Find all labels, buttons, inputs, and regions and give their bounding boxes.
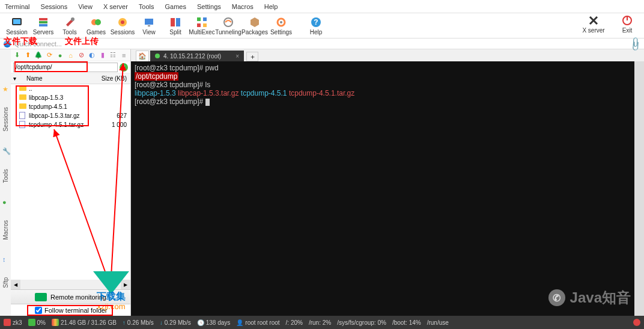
svg-point-20	[280, 21, 282, 23]
file-icon	[19, 112, 25, 119]
sidetab-sftp[interactable]: Sftp	[2, 277, 9, 288]
wechat-icon: ✆	[548, 289, 565, 306]
statusbar: zk3 0% 21.48 GB / 31.26 GB ↑0.26 Mb/s ↓0…	[0, 316, 644, 329]
download-icon[interactable]: ⬇	[13, 51, 22, 60]
menu-tools[interactable]: Tools	[139, 3, 154, 10]
tb-settings[interactable]: Settings	[268, 16, 294, 35]
sb-uptime: 🕓138 days	[197, 319, 231, 326]
side-tabs: ★ Sessions 🔧 Tools ● Macros ↕ Sftp	[0, 49, 11, 316]
menu-xserver[interactable]: X server	[103, 3, 128, 10]
svg-point-5	[71, 17, 74, 21]
tab-home[interactable]: 🏠	[136, 51, 149, 61]
tab-active[interactable]: 4. 10.15.21.212 (root)×	[150, 51, 244, 61]
tab-new[interactable]: ＋	[246, 52, 258, 61]
alert-icon[interactable]	[633, 319, 640, 326]
file-row[interactable]: libpcap-1.5.3.tar.gz627	[11, 111, 130, 120]
user-icon: 👤	[236, 319, 243, 326]
sftp-path-input[interactable]	[13, 63, 118, 72]
upload-icon[interactable]: ⬆	[24, 51, 32, 60]
svg-rect-12	[171, 18, 175, 26]
arrow-icon[interactable]: ↕	[2, 256, 8, 262]
svg-rect-4	[39, 24, 47, 26]
svg-rect-11	[148, 25, 150, 26]
file-row-parent[interactable]: ..	[11, 84, 130, 93]
menu-games[interactable]: Games	[165, 3, 186, 10]
terminal-scrollbar[interactable]	[634, 61, 644, 316]
file-list: .. libpcap-1.5.3 tcpdump-4.5.1 libpcap-1…	[11, 84, 130, 280]
hidden-icon[interactable]: ◐	[88, 51, 96, 60]
tb-view[interactable]: View	[136, 16, 162, 35]
menu-sessions[interactable]: Sessions	[41, 3, 68, 10]
tb-sessions[interactable]: Sessions	[109, 16, 136, 35]
star-icon[interactable]: ★	[2, 85, 8, 91]
sb-up: ↑0.26 Mb/s	[123, 319, 154, 326]
sb-fs3: /sys/fs/cgroup: 0%	[337, 319, 386, 326]
wrench-icon[interactable]: 🔧	[2, 147, 8, 153]
sb-fs2: /run: 2%	[309, 319, 331, 326]
sb-down: ↓0.29 Mb/s	[160, 319, 191, 326]
header-name[interactable]: Name	[18, 75, 99, 82]
cpu-icon	[28, 319, 35, 326]
sb-user: 👤root root root	[236, 319, 279, 326]
ok-icon[interactable]: ✓	[120, 63, 128, 72]
menu-settings[interactable]: Settings	[197, 3, 221, 10]
up-icon: ↑	[123, 319, 126, 326]
home-icon[interactable]: ⌂	[67, 51, 75, 60]
tb-packages[interactable]: Packages	[242, 16, 268, 35]
xzji-watermark: 下载集 xzji.com	[93, 271, 129, 311]
tb-tunneling[interactable]: Tunneling	[215, 16, 242, 35]
annotation-upload: 文件上传	[65, 36, 99, 47]
tb-help[interactable]: ?Help	[303, 16, 329, 35]
list-icon[interactable]: ≡	[120, 51, 128, 60]
menu-view[interactable]: View	[78, 3, 93, 10]
terminal-body[interactable]: [root@zk3 tcpdump]# pwd/opt/tcpdump[root…	[131, 61, 634, 316]
menu-help[interactable]: Help	[264, 3, 278, 10]
menubar: Terminal Sessions View X server Tools Ga…	[0, 0, 644, 13]
tb-split[interactable]: Split	[162, 16, 189, 35]
refresh-icon[interactable]: ⟳	[45, 51, 53, 60]
record-icon[interactable]: ●	[2, 198, 8, 204]
svg-rect-1	[13, 19, 20, 24]
sb-host: zk3	[4, 319, 22, 326]
folder-icon	[19, 94, 26, 100]
tb-session[interactable]: Session	[4, 16, 30, 35]
tb-tools[interactable]: Tools	[56, 16, 83, 35]
sidetab-sessions[interactable]: Sessions	[2, 107, 9, 132]
sidetab-macros[interactable]: Macros	[2, 220, 9, 240]
mem-icon	[52, 319, 59, 326]
file-icon	[19, 121, 25, 128]
sidetab-tools[interactable]: Tools	[2, 169, 9, 183]
folder-icon	[19, 103, 26, 109]
menu-macros[interactable]: Macros	[232, 3, 254, 10]
tab-strip: 🏠 4. 10.15.21.212 (root)× ＋	[131, 49, 644, 61]
tb-exit[interactable]: Exit	[614, 14, 640, 34]
svg-text:?: ?	[314, 18, 318, 26]
svg-rect-2	[39, 18, 47, 20]
menu-terminal[interactable]: Terminal	[5, 3, 30, 10]
tb-multiexec[interactable]: MultiExec	[189, 16, 215, 35]
sb-cpu: 0%	[28, 319, 46, 326]
file-row[interactable]: tcpdump-4.5.1	[11, 102, 130, 111]
folder-tree-icon[interactable]: 🌲	[34, 51, 43, 60]
columns-icon[interactable]: ☷	[109, 51, 118, 60]
tb-servers[interactable]: Servers	[30, 16, 56, 35]
svg-rect-13	[176, 18, 180, 26]
sftp-path-row: ✓	[11, 61, 130, 73]
file-row[interactable]: libpcap-1.5.3	[11, 93, 130, 102]
new-folder-icon[interactable]: ●	[56, 51, 64, 60]
monitor-icon	[35, 293, 47, 301]
svg-rect-16	[197, 23, 201, 27]
follow-checkbox[interactable]	[35, 307, 42, 314]
terminal-area: 🏠 4. 10.15.21.212 (root)× ＋ [root@zk3 tc…	[131, 49, 644, 316]
svg-rect-15	[203, 17, 207, 21]
tb-games[interactable]: Games	[83, 16, 109, 35]
annotation-download: 文件下载	[4, 36, 37, 47]
file-row[interactable]: tcpdump-4.5.1.tar.gz1 000	[11, 120, 130, 129]
wechat-watermark: ✆ Java知音	[548, 288, 631, 307]
svg-rect-14	[197, 17, 201, 21]
close-icon[interactable]: ×	[235, 53, 239, 60]
tb-xserver[interactable]: X server	[580, 14, 607, 34]
delete-icon[interactable]: ⊘	[77, 51, 86, 60]
bookmark-icon[interactable]: ▮	[99, 51, 107, 60]
header-size[interactable]: Size (KB)	[99, 75, 130, 82]
